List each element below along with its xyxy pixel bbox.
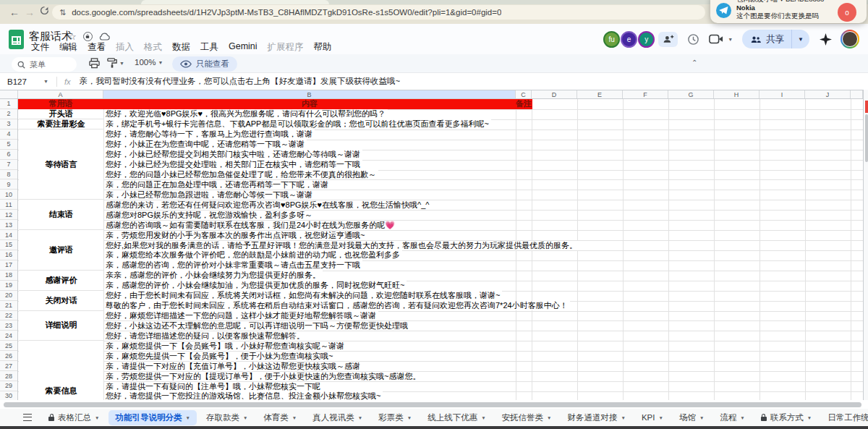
row-number-13[interactable]: 13 — [0, 220, 17, 230]
vertical-scrollbar[interactable] — [863, 90, 868, 400]
sheet-tab-表格汇总[interactable]: 表格汇总▼ — [42, 410, 106, 425]
view-only-badge[interactable]: 只能查看 — [172, 56, 237, 72]
paint-format-caret[interactable]: ▼ — [119, 61, 124, 66]
menu-编辑[interactable]: 编辑 — [54, 41, 82, 54]
share-button[interactable]: 共享 ▼ — [742, 30, 809, 48]
column-header-F[interactable]: F — [623, 90, 668, 98]
cloud-saved-icon[interactable] — [99, 33, 110, 41]
content-cell[interactable]: 您好，小妹已经帮您提交到相关部门核实中啦，还请您耐心等待哦～谢谢 — [104, 150, 362, 160]
sheet-tab-功能引导说明分类[interactable]: 功能引导说明分类▼ — [109, 410, 196, 425]
collapse-toolbar-icon[interactable]: ⌃ — [692, 59, 697, 67]
menu-数据[interactable]: 数据 — [167, 41, 195, 54]
content-cell[interactable]: 您好，麻烦您详细描述一下您的问题，这样小妹才能更好地帮您解答哦～谢谢 — [104, 311, 378, 321]
browser-active-tab[interactable] — [141, 0, 329, 4]
sheet-tab-caret[interactable]: ▼ — [658, 415, 663, 420]
content-cell[interactable]: 亲，感谢您的评价，小妹会继续加油，为您提供更加优质的服务，同时祝您财气旺旺~ — [104, 281, 407, 291]
cell-reference-box[interactable]: B127 — [0, 77, 43, 86]
row-number-6[interactable]: 6 — [0, 150, 17, 160]
url-bar[interactable]: ⇅ docs.google.com/spreadsheets/d/1H2VJp3… — [52, 5, 705, 20]
content-cell[interactable]: 亲，麻烦您给本次服务做个评价吧，您的鼓励是小妹前进的动力呢，也祝您盈利多多 — [104, 250, 402, 260]
browser-refresh-icon[interactable] — [40, 6, 49, 15]
content-cell[interactable]: 感谢您的来访，若您还有任何疑问欢迎您再次咨询♥8PG娱乐♥在线客服，祝您生活愉快… — [104, 200, 432, 210]
column-header-B[interactable]: B — [103, 90, 516, 98]
row-number-21[interactable]: 21 — [0, 301, 17, 311]
column-header-C[interactable]: C — [516, 90, 532, 98]
sheet-tab-caret[interactable]: ▼ — [243, 415, 247, 420]
column-header-I[interactable]: I — [760, 90, 805, 98]
row-number-3[interactable]: 3 — [0, 119, 17, 129]
menu-Gemini[interactable]: Gemini — [224, 41, 263, 54]
category-cell-开头语[interactable]: 开头语 — [19, 109, 103, 119]
add-people-icon[interactable] — [658, 32, 678, 47]
row-number-7[interactable]: 7 — [0, 160, 17, 170]
header-cell-a[interactable]: 常用语 — [18, 99, 103, 109]
row-number-2[interactable]: 2 — [0, 109, 17, 119]
content-cell[interactable]: 亲，小妹已经帮您加急跟进啦，请您耐心等候一下哦～谢谢 — [104, 190, 315, 200]
browser-back-icon[interactable]: ← — [9, 7, 20, 18]
zoom-select[interactable]: 100% ▼ — [135, 58, 163, 67]
row-number-23[interactable]: 23 — [0, 320, 17, 331]
row-number-16[interactable]: 16 — [0, 250, 17, 260]
collaborator-avatar-y[interactable]: y — [638, 31, 655, 48]
sheet-tab-caret[interactable]: ▼ — [481, 415, 485, 420]
row-number-9[interactable]: 9 — [0, 179, 17, 190]
content-cell[interactable]: 亲亲，感谢您的评价，小妹会继续努力为您提供更好的服务。 — [104, 271, 323, 281]
grid-corner[interactable] — [0, 90, 18, 98]
menu-帮助[interactable]: 帮助 — [309, 41, 337, 54]
content-cell[interactable]: 亲，劳烦您提供一下对应的【提现订单号】，便于小妹更快速的为您查询核实哦~感谢您。 — [104, 371, 422, 381]
category-cell-关闭对话[interactable]: 关闭对话 — [19, 291, 103, 311]
content-cell[interactable]: 您好,如果您对我的服务满意的话，请给予五星好评哦！您的满意是对我最大的支持，客服… — [104, 240, 579, 250]
content-cell[interactable]: 您好，您的问题小妹已经帮您加急催促处理了呢，给您带来不便真的很抱歉～ — [104, 170, 378, 180]
category-cell-等待语言[interactable]: 等待语言 — [19, 129, 103, 200]
sheet-tab-caret[interactable]: ▼ — [95, 415, 99, 420]
sheet-tab-安抚信誉类[interactable]: 安抚信誉类▼ — [495, 410, 558, 425]
category-cell-邀评语[interactable]: 邀评语 — [19, 230, 103, 271]
content-cell[interactable]: 亲，麻烦您先提供一下【会员账号】，便于小妹为您查询核实哦~ — [104, 351, 335, 361]
column-header-G[interactable]: G — [668, 90, 714, 98]
print-button[interactable] — [89, 58, 100, 69]
meet-camera-icon[interactable]: ▼ — [709, 34, 733, 44]
collaborator-avatar-e[interactable]: e — [621, 31, 637, 48]
content-cell[interactable]: 亲，绑定手机号+银行卡完善信息、下载APP都是可以领取彩金的哦；您也可以前往优惠… — [104, 119, 491, 129]
header-row[interactable]: 常用语内容备注 — [18, 99, 532, 109]
sheets-logo-icon[interactable] — [9, 30, 24, 49]
menu-文件[interactable]: 文件 — [26, 41, 54, 54]
row-number-17[interactable]: 17 — [0, 260, 17, 271]
menu-插入[interactable]: 插入 — [111, 41, 139, 54]
sheet-tab-财务通道对接[interactable]: 财务通道对接▼ — [561, 410, 632, 425]
row-number-24[interactable]: 24 — [0, 331, 17, 341]
share-dropdown-caret[interactable]: ▼ — [791, 30, 809, 48]
row-number-28[interactable]: 28 — [0, 371, 17, 381]
category-cell-索要信息[interactable]: 索要信息 — [19, 341, 103, 400]
sheet-tab-存取款类[interactable]: 存取款类▼ — [200, 410, 254, 425]
sheet-tab-线上线下优惠[interactable]: 线上线下优惠▼ — [421, 410, 492, 425]
sheet-tab-caret[interactable]: ▼ — [358, 415, 362, 420]
name-box-caret[interactable]: ▼ — [43, 79, 56, 84]
sheet-tab-日常工作统计[interactable]: 日常工作统计▼ — [821, 410, 868, 425]
row-number-11[interactable]: 11 — [0, 200, 17, 210]
content-cell[interactable]: 您好，由于您长时间未有回应，系统将关闭对话框，如您尚有未解决的问题，欢迎您随时联… — [104, 291, 502, 301]
row-number-26[interactable]: 26 — [0, 351, 17, 361]
sheet-tab-caret[interactable]: ▼ — [185, 415, 190, 420]
row-number-30[interactable]: 30 — [0, 391, 17, 400]
horizontal-scrollbar-thumb[interactable] — [4, 402, 861, 407]
category-cell-感谢评价[interactable]: 感谢评价 — [19, 271, 103, 291]
all-sheets-menu-icon[interactable] — [23, 414, 32, 421]
content-cell[interactable]: 感谢您的咨询哦～如有需要随时联系在线客服，我们是24小时在线为您服务的呢💗 — [104, 220, 397, 230]
row-number-8[interactable]: 8 — [0, 170, 17, 180]
browser-forward-icon[interactable]: → — [25, 7, 35, 18]
sheet-tab-彩票类[interactable]: 彩票类▼ — [372, 410, 418, 425]
paint-format-button[interactable]: ▼ — [107, 58, 124, 68]
site-settings-icon[interactable]: ⇅ — [59, 8, 66, 17]
row-number-22[interactable]: 22 — [0, 311, 17, 321]
tab-scroll-left-icon[interactable]: ‹ — [865, 413, 868, 422]
sheet-tab-流程[interactable]: 流程▼ — [713, 410, 751, 425]
sheet-tab-体育类[interactable]: 体育类▼ — [257, 410, 303, 425]
row-number-10[interactable]: 10 — [0, 190, 17, 200]
header-cell-c[interactable]: 备注 — [516, 99, 532, 109]
row-number-15[interactable]: 15 — [0, 240, 17, 250]
column-header-sliver[interactable] — [851, 90, 863, 98]
sheet-tab-caret[interactable]: ▼ — [547, 415, 551, 420]
content-cell[interactable]: 亲，感谢您的咨询，您的评价对小妹非常重要哦～请点击五星支持一下哦 — [104, 260, 362, 271]
menu-查看[interactable]: 查看 — [82, 41, 111, 54]
